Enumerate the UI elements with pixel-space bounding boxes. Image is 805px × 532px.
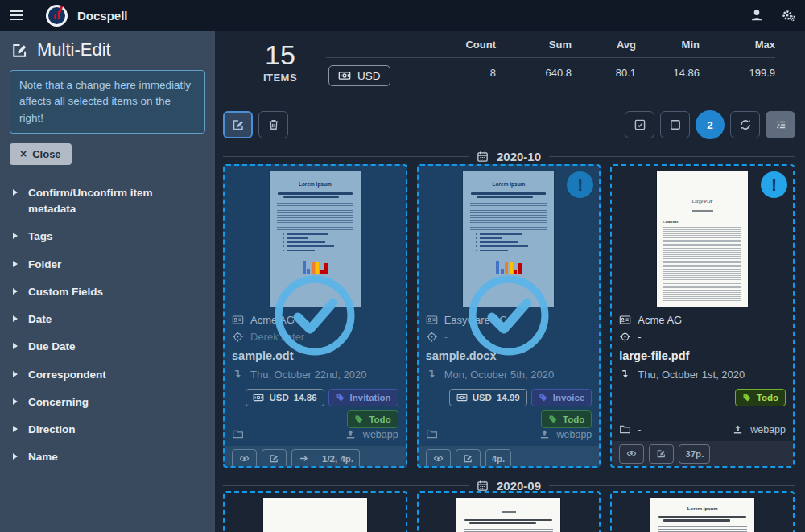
tag-icon bbox=[539, 393, 548, 402]
tag-icon bbox=[742, 393, 752, 402]
edit-selected-button[interactable] bbox=[223, 111, 253, 138]
check-square-icon bbox=[634, 118, 646, 131]
concerning-line: - bbox=[619, 328, 786, 345]
value-min: 14.86 bbox=[636, 67, 700, 79]
edit-icon bbox=[463, 453, 473, 464]
edit-item-button[interactable] bbox=[649, 444, 674, 464]
item-card[interactable]: Lorem ipsum bbox=[610, 491, 795, 532]
item-card[interactable] bbox=[417, 491, 601, 532]
item-card-sample-odt[interactable]: Lorem ipsum Acme AG bbox=[223, 164, 407, 468]
currency-summary-table: Count Sum Avg Min Max 8 640.8 80.1 14.86… bbox=[326, 39, 775, 79]
preview-title: Lorem ipsum bbox=[656, 506, 749, 511]
edit-item-button[interactable] bbox=[262, 449, 287, 468]
preview-title: Lorem ipsum bbox=[275, 181, 355, 187]
sidebar-item-due-date[interactable]: Due Date bbox=[0, 333, 215, 361]
close-button[interactable]: × Close bbox=[10, 143, 72, 165]
delete-selected-button[interactable] bbox=[258, 111, 288, 138]
deselect-all-button[interactable] bbox=[660, 111, 690, 138]
crosshairs-icon bbox=[426, 331, 438, 343]
item-name[interactable]: sample.odt bbox=[232, 349, 398, 362]
item-name[interactable]: sample.docx bbox=[426, 349, 592, 362]
column-max: Max bbox=[700, 39, 775, 51]
square-icon bbox=[669, 118, 682, 131]
sidebar-item-confirm-metadata[interactable]: Confirm/Unconfirm item metadata bbox=[0, 179, 215, 224]
id-card-icon bbox=[426, 314, 438, 326]
attachment-pager: 1/2, 4p. bbox=[291, 449, 360, 468]
sidebar-item-concerning[interactable]: Concerning bbox=[0, 389, 215, 416]
sidebar-item-custom-fields[interactable]: Custom Fields bbox=[0, 278, 215, 306]
edit-item-button[interactable] bbox=[456, 449, 481, 468]
trash-icon bbox=[267, 118, 280, 131]
arrow-turn-down-icon bbox=[619, 369, 631, 381]
caret-right-icon bbox=[13, 426, 18, 432]
close-icon: × bbox=[20, 148, 27, 159]
page-count-label[interactable]: 1/2, 4p. bbox=[316, 449, 360, 468]
caret-right-icon bbox=[13, 189, 18, 196]
upload-icon bbox=[539, 428, 551, 440]
document-preview[interactable]: Keywords in PDF bbox=[225, 493, 406, 532]
preview-title: Large PDF bbox=[663, 199, 742, 204]
folder-source-row: - webapp bbox=[426, 428, 592, 446]
edit-accordion: Confirm/Unconfirm item metadata Tags Fol… bbox=[0, 179, 215, 472]
select-all-button[interactable] bbox=[625, 111, 654, 138]
item-date-line: Mon, October 5th, 2020 bbox=[426, 365, 592, 383]
user-account-button[interactable] bbox=[741, 0, 773, 31]
refresh-button[interactable] bbox=[730, 111, 760, 138]
column-count: Count bbox=[421, 39, 496, 51]
sidebar-item-folder[interactable]: Folder bbox=[0, 251, 215, 278]
amount-badge: USD 14.86 bbox=[246, 389, 324, 406]
eye-icon bbox=[626, 448, 637, 459]
edit-icon bbox=[269, 453, 279, 464]
item-card[interactable]: Keywords in PDF bbox=[223, 491, 407, 532]
concerning-line: Derek Jeter bbox=[232, 328, 398, 345]
id-card-icon bbox=[619, 314, 631, 326]
sidebar-item-tags[interactable]: Tags bbox=[0, 223, 215, 250]
document-preview[interactable]: Lorem ipsum bbox=[612, 493, 793, 532]
sidebar-item-name[interactable]: Name bbox=[0, 443, 215, 471]
refresh-icon bbox=[739, 118, 752, 131]
multi-edit-note: Note that a change here immediatly affec… bbox=[10, 70, 205, 134]
value-sum: 640.8 bbox=[496, 67, 572, 79]
badge-row: USD 14.99 Invoice Todo bbox=[426, 389, 592, 428]
preview-chart bbox=[469, 254, 548, 274]
tag-icon bbox=[548, 414, 558, 424]
caret-right-icon bbox=[13, 343, 18, 349]
next-attachment-button[interactable] bbox=[291, 449, 316, 468]
preview-chart bbox=[275, 254, 355, 274]
sidebar-title-text: Multi-Edit bbox=[37, 39, 111, 60]
preview-item-button[interactable] bbox=[619, 444, 644, 464]
caret-right-icon bbox=[13, 315, 18, 322]
card-footer: 37p. bbox=[612, 441, 793, 466]
amount-badge: USD 14.99 bbox=[449, 389, 527, 406]
sidebar-title: Multi-Edit bbox=[0, 31, 215, 67]
sidebar-item-correspondent[interactable]: Correspondent bbox=[0, 361, 215, 389]
badge-row: Todo bbox=[619, 389, 786, 406]
action-toolbar: 2 bbox=[223, 111, 795, 138]
currency-usd-button[interactable]: USD bbox=[328, 65, 390, 86]
multi-edit-sidebar: Multi-Edit Note that a change here immed… bbox=[0, 31, 215, 532]
caret-right-icon bbox=[13, 371, 18, 377]
items-count-label: ITEMS bbox=[246, 72, 315, 84]
document-preview[interactable]: Lorem ipsum bbox=[225, 166, 406, 307]
item-name[interactable]: large-file.pdf bbox=[619, 349, 786, 362]
tag-icon bbox=[354, 414, 364, 424]
item-card-sample-docx[interactable]: Lorem ipsum EasyCare AG bbox=[417, 164, 601, 468]
tag-badge: Invoice bbox=[531, 389, 592, 406]
hamburger-menu-icon[interactable] bbox=[0, 0, 32, 31]
item-card-large-file-pdf[interactable]: Large PDF Contents Acme AG - bbox=[610, 164, 795, 468]
list-view-button[interactable] bbox=[766, 111, 795, 138]
sidebar-item-direction[interactable]: Direction bbox=[0, 416, 215, 443]
arrow-turn-down-icon bbox=[426, 369, 438, 381]
settings-button[interactable] bbox=[773, 0, 805, 31]
edit-icon bbox=[656, 448, 667, 459]
page-count-label[interactable]: 4p. bbox=[485, 449, 512, 468]
document-preview[interactable] bbox=[419, 493, 600, 532]
preview-item-button[interactable] bbox=[426, 449, 451, 468]
calendar-icon bbox=[477, 151, 489, 163]
upload-icon bbox=[732, 423, 744, 435]
sidebar-item-date[interactable]: Date bbox=[0, 306, 215, 333]
tag-icon bbox=[336, 393, 345, 402]
docspell-logo: d bbox=[46, 5, 68, 27]
preview-item-button[interactable] bbox=[232, 449, 257, 468]
page-count-label[interactable]: 37p. bbox=[679, 444, 710, 464]
